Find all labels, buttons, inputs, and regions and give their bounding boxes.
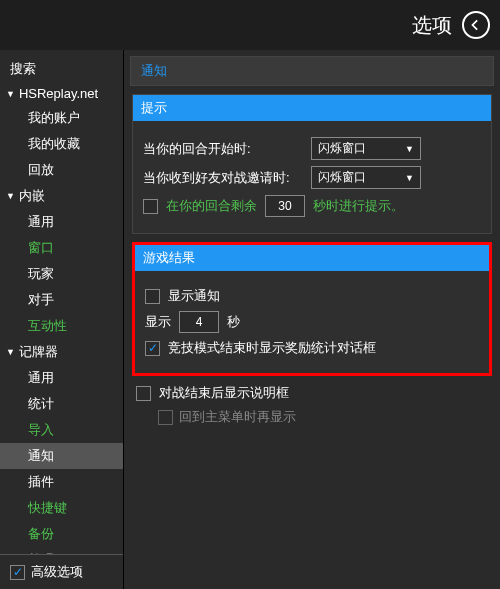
show-label: 显示 <box>145 313 171 331</box>
sidebar-item-appearance[interactable]: 外观 <box>0 547 123 554</box>
chevron-down-icon: ▼ <box>405 173 414 183</box>
sidebar-item-replays[interactable]: 回放 <box>0 157 123 183</box>
show-seconds-input[interactable] <box>179 311 219 333</box>
show-notify-label: 显示通知 <box>168 287 220 305</box>
sidebar-item-general2[interactable]: 通用 <box>0 365 123 391</box>
return-menu-checkbox[interactable] <box>158 410 173 425</box>
sidebar-item-backup[interactable]: 备份 <box>0 521 123 547</box>
advanced-label: 高级选项 <box>31 563 83 581</box>
sidebar-item-plugins[interactable]: 插件 <box>0 469 123 495</box>
arena-stats-checkbox[interactable] <box>145 341 160 356</box>
sidebar-item-account[interactable]: 我的账户 <box>0 105 123 131</box>
collapse-icon: ▼ <box>6 89 15 99</box>
search-label[interactable]: 搜索 <box>0 56 123 82</box>
advanced-options[interactable]: 高级选项 <box>0 554 123 589</box>
match-end-checkbox[interactable] <box>136 386 151 401</box>
content: 通知 提示 当你的回合开始时: 闪烁窗口▼ 当你收到好友对战邀请时: 闪烁窗口▼… <box>124 50 500 589</box>
sidebar-item-player[interactable]: 玩家 <box>0 261 123 287</box>
section-hsreplay[interactable]: ▼HSReplay.net <box>0 82 123 105</box>
sidebar-item-opponent[interactable]: 对手 <box>0 287 123 313</box>
arena-stats-label: 竞技模式结束时显示奖励统计对话框 <box>168 339 376 357</box>
turn-start-select[interactable]: 闪烁窗口▼ <box>311 137 421 160</box>
prompt-panel: 提示 当你的回合开始时: 闪烁窗口▼ 当你收到好友对战邀请时: 闪烁窗口▼ 在你… <box>132 94 492 234</box>
turn-start-label: 当你的回合开始时: <box>143 140 303 158</box>
result-panel-title: 游戏结果 <box>135 245 489 271</box>
sidebar-item-window[interactable]: 窗口 <box>0 235 123 261</box>
header: 选项 <box>0 0 500 50</box>
remaining-suffix: 秒时进行提示。 <box>313 197 404 215</box>
advanced-checkbox[interactable] <box>10 565 25 580</box>
back-button[interactable] <box>462 11 490 39</box>
sidebar-item-interactivity[interactable]: 互动性 <box>0 313 123 339</box>
section-tracker[interactable]: ▼记牌器 <box>0 339 123 365</box>
chevron-down-icon: ▼ <box>405 144 414 154</box>
show-suffix: 秒 <box>227 313 240 331</box>
sidebar: 搜索 ▼HSReplay.net 我的账户 我的收藏 回放 ▼内嵌 通用 窗口 … <box>0 50 124 589</box>
sidebar-item-stats[interactable]: 统计 <box>0 391 123 417</box>
remaining-checkbox[interactable] <box>143 199 158 214</box>
content-title: 通知 <box>130 56 494 86</box>
section-embed[interactable]: ▼内嵌 <box>0 183 123 209</box>
page-title: 选项 <box>412 12 452 39</box>
return-menu-label: 回到主菜单时再显示 <box>179 408 296 426</box>
sidebar-item-import[interactable]: 导入 <box>0 417 123 443</box>
remaining-input[interactable] <box>265 195 305 217</box>
match-end-label: 对战结束后显示说明框 <box>159 384 289 402</box>
show-notify-checkbox[interactable] <box>145 289 160 304</box>
sidebar-item-general[interactable]: 通用 <box>0 209 123 235</box>
sidebar-item-collection[interactable]: 我的收藏 <box>0 131 123 157</box>
collapse-icon: ▼ <box>6 347 15 357</box>
sidebar-item-hotkeys[interactable]: 快捷键 <box>0 495 123 521</box>
friend-challenge-select[interactable]: 闪烁窗口▼ <box>311 166 421 189</box>
collapse-icon: ▼ <box>6 191 15 201</box>
friend-challenge-label: 当你收到好友对战邀请时: <box>143 169 303 187</box>
remaining-prefix: 在你的回合剩余 <box>166 197 257 215</box>
sidebar-item-notify[interactable]: 通知 <box>0 443 123 469</box>
prompt-panel-title: 提示 <box>133 95 491 121</box>
result-panel: 游戏结果 显示通知 显示 秒 竞技模式结束时显示奖励统计对话框 <box>132 242 492 376</box>
arrow-left-icon <box>469 18 483 32</box>
